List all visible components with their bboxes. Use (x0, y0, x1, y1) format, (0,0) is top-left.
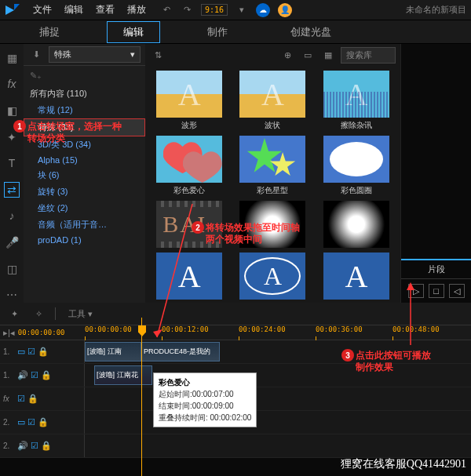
video-track-icon[interactable]: ▭ (17, 347, 25, 357)
audio-track-icon[interactable]: 🔊 (17, 370, 28, 380)
transition-thumb[interactable]: 彩色星型 (233, 136, 312, 196)
tab-produce[interactable]: 制作 (192, 22, 243, 42)
svg-line-0 (157, 204, 192, 337)
playhead[interactable] (138, 325, 146, 336)
add-icon[interactable]: ⊕ (279, 47, 295, 63)
preview-panel: 片段 ▷ □ ◁ (400, 44, 471, 303)
cloud-icon[interactable]: ☁ (256, 3, 270, 17)
transition-room-icon[interactable]: ⇄ (4, 182, 20, 198)
ruler-mark: 00:00:00:00 (85, 325, 132, 333)
transition-tooltip: 彩色爱心 起始时间:00:00:07:00 结束时间:00:00:09:00 重… (153, 372, 257, 427)
mode-tabbar: 捕捉 编辑 制作 创建光盘 (0, 20, 471, 44)
tree-item[interactable]: 坐纹 (2) (24, 200, 145, 216)
prev-button[interactable]: ◁ (449, 284, 465, 298)
track-header[interactable]: 1. 🔊☑🔒 (0, 364, 85, 387)
transition-thumb[interactable] (317, 201, 396, 248)
tab-disc[interactable]: 创建光盘 (275, 22, 347, 42)
category-tree: 所有内容 (110) 常规 (12) 特殊 (33) 3D/类 3D (34) … (24, 85, 145, 303)
project-title: 未命名的新项目 (406, 4, 466, 16)
voice-room-icon[interactable]: 🎤 (4, 234, 20, 250)
audio-room-icon[interactable]: ♪ (4, 209, 20, 224)
tab-capture[interactable]: 捕捉 (24, 22, 75, 42)
category-dropdown[interactable]: 特殊▾ (49, 46, 141, 63)
visibility-icon[interactable]: ☑ (27, 347, 35, 357)
transition-thumb[interactable]: 彩色圆圈 (317, 136, 396, 196)
media-room-icon[interactable]: ▦ (4, 50, 20, 66)
playhead-line (141, 318, 142, 476)
redo-icon[interactable]: ↷ (181, 4, 193, 16)
browser-toolbar: ⇅ ⊕ ▭ ▦ 搜索库 (145, 44, 400, 66)
tree-item[interactable]: 常规 (12) (24, 102, 145, 118)
aspect-ratio[interactable]: 9:16 (201, 4, 228, 16)
annotation-1: 1点击转场室，选择一种 转场分类 (13, 120, 122, 145)
visibility-icon[interactable]: ☑ (31, 441, 38, 451)
visibility-icon[interactable]: ☑ (27, 417, 35, 427)
tree-item[interactable]: proDAD (1) (24, 233, 145, 247)
import-icon[interactable]: ⬇ (28, 47, 44, 63)
video-track-icon[interactable]: ▭ (17, 417, 25, 427)
link-icon[interactable]: ✧ (31, 307, 47, 321)
tree-item[interactable]: Alpha (15) (24, 153, 145, 167)
category-sidebar: ⬇ 特殊▾ ✎₊ 所有内容 (110) 常规 (12) 特殊 (33) 3D/类… (24, 44, 145, 303)
tree-item[interactable]: 音频（适用于音… (24, 216, 145, 233)
magnet-icon[interactable]: ✦ (6, 307, 23, 321)
sort-icon[interactable]: ⇅ (150, 47, 166, 63)
ruler-mark: 00:00:36:00 (316, 325, 363, 333)
chevron-down-icon: ▾ (130, 49, 135, 60)
user-icon[interactable]: 👤 (278, 3, 292, 17)
tree-item[interactable]: 块 (6) (24, 167, 145, 183)
audio-clip[interactable]: [波噜] 江南花 (94, 365, 152, 385)
menu-view[interactable]: 查看 (89, 3, 121, 16)
pip-room-icon[interactable]: ◧ (4, 103, 20, 118)
watermark: 狸窝在线客服QQ41442901 (341, 457, 466, 471)
svg-marker-3 (407, 282, 414, 290)
menu-play[interactable]: 播放 (121, 3, 152, 16)
annotation-2: 2将转场效果拖至时间轴 两个视频中间 (192, 221, 300, 246)
all-content[interactable]: 所有内容 (110) (24, 85, 145, 102)
grid-view-icon[interactable]: ▦ (320, 47, 336, 63)
search-input[interactable]: 搜索库 (341, 47, 396, 64)
chapter-room-icon[interactable]: ◫ (4, 261, 20, 277)
titlebar: 文件 编辑 查看 播放 ↶ ↷ 9:16 ▾ ☁ 👤 未命名的新项目 (0, 0, 471, 20)
tools-dropdown[interactable]: 工具 ▾ (64, 307, 97, 322)
menu-edit[interactable]: 编辑 (58, 3, 89, 16)
tree-item[interactable]: 旋转 (3) (24, 183, 145, 200)
transition-thumb[interactable]: 彩色爱心 (150, 136, 228, 196)
timeline-toolbar: ✦ ✧ 工具 ▾ (0, 303, 471, 325)
video-clip[interactable]: [波噜] 江南 (85, 342, 141, 362)
stop-button[interactable]: □ (429, 284, 444, 298)
dropdown-icon[interactable]: ▾ (236, 4, 248, 16)
transition-thumb[interactable]: A (233, 253, 312, 300)
arrow-2 (406, 282, 422, 349)
pencil-icon: ✎₊ (30, 71, 42, 81)
track-header[interactable]: 2. ▭☑🔒 (0, 411, 85, 434)
visibility-icon[interactable]: ☑ (31, 370, 38, 380)
transition-thumb[interactable]: A波状 (233, 71, 312, 131)
tab-edit[interactable]: 编辑 (107, 21, 160, 43)
transition-thumb[interactable]: A波形 (150, 71, 228, 131)
lock-icon[interactable]: 🔒 (38, 347, 49, 357)
lock-icon[interactable]: 🔒 (27, 394, 38, 404)
menu-file[interactable]: 文件 (27, 3, 58, 16)
main-area: ▦ fx ◧ ✦ T ⇄ ♪ 🎤 ◫ ⋯ ⬇ 特殊▾ ✎₊ 所有内容 (110)… (0, 44, 471, 303)
track-header[interactable]: 2. 🔊☑🔒 (0, 434, 85, 457)
visibility-icon[interactable]: ☑ (17, 394, 25, 404)
title-room-icon[interactable]: T (4, 155, 20, 171)
lock-icon[interactable]: 🔒 (41, 370, 52, 380)
lock-icon[interactable]: 🔒 (38, 417, 49, 427)
audio-track-icon[interactable]: 🔊 (17, 441, 28, 451)
undo-icon[interactable]: ↶ (160, 4, 173, 16)
transition-thumb[interactable]: A (317, 253, 396, 300)
track-header[interactable]: fx ☑🔒 (0, 387, 85, 410)
room-rail: ▦ fx ◧ ✦ T ⇄ ♪ 🎤 ◫ ⋯ (0, 44, 24, 303)
audio-track-2: 2. 🔊☑🔒 (0, 434, 471, 458)
subtitle-room-icon[interactable]: ⋯ (4, 287, 20, 303)
transition-thumb[interactable]: A擦除杂讯 (317, 71, 396, 131)
track-header[interactable]: 1. ▭☑🔒 (0, 340, 85, 363)
lock-icon[interactable]: 🔒 (41, 441, 52, 451)
fx-room-icon[interactable]: fx (4, 77, 20, 93)
folder-icon[interactable]: ▭ (300, 47, 316, 63)
clip-tab[interactable]: 片段 (401, 260, 471, 279)
collapse-icon[interactable]: ▸|◂ (3, 328, 15, 338)
timeline-ruler[interactable]: ▸|◂ 00:00:00:00 00:00:00:00 00:00:12:00 … (0, 325, 471, 340)
